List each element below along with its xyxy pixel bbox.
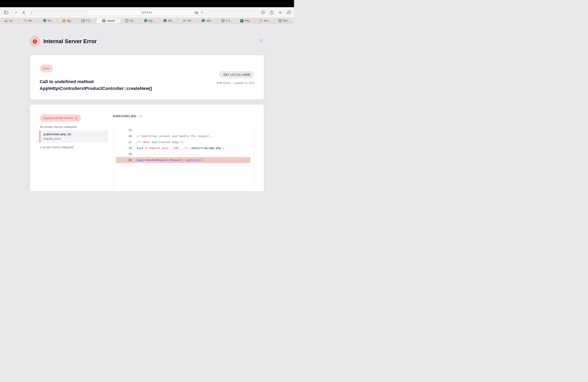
code-file-line: :20 — [138, 115, 142, 118]
stack-trace-card: Expand vendor frames 49 vendor frames co… — [30, 105, 264, 191]
translate-icon: A x — [194, 11, 198, 14]
expand-vendor-frames-label: Expand vendor frames — [43, 116, 73, 120]
letter-m-favicon: M — [125, 19, 128, 22]
sharepoint-favicon: S — [202, 19, 205, 22]
letter-s-favicon: S — [221, 19, 225, 22]
tab-label: SA… — [48, 19, 53, 22]
code-text: /** @var Application $app */ — [137, 140, 184, 144]
tab-label: หนัง… — [206, 19, 213, 22]
code-line: 18$app = require_once __DIR__.'/../boots… — [116, 145, 251, 151]
tab-label: Sig… — [67, 19, 73, 22]
sidebar-toggle-button[interactable] — [4, 10, 9, 15]
browser-tab[interactable]: W3PH… — [179, 18, 198, 23]
sun-icon — [259, 38, 264, 43]
letter-g-favicon: G — [279, 19, 282, 22]
stack-frames-column: Expand vendor frames 49 vendor frames co… — [40, 114, 108, 191]
line-number: 16 — [120, 134, 132, 138]
address-bar[interactable]: 127.0.0.1 A x — [88, 10, 206, 15]
browser-tab[interactable]: Hel… — [19, 18, 38, 23]
browser-tab[interactable]: SSA… — [39, 18, 58, 23]
url-text: 127.0.0.1 — [141, 11, 152, 14]
chevron-left-icon — [22, 11, 25, 14]
sharepoint-favicon: S — [163, 19, 167, 22]
tab-label: บึงเว… — [283, 19, 290, 22]
new-tab-button[interactable] — [278, 10, 282, 15]
tab-label: Dat… — [149, 19, 155, 22]
chevron-right-icon — [30, 11, 33, 14]
browser-tab[interactable]: SF-3… — [217, 18, 236, 23]
menu-bar — [0, 0, 294, 7]
browser-tab[interactable]: Sig… — [58, 18, 77, 23]
orange-orb-favicon — [62, 19, 65, 22]
code-line: 19 — [116, 151, 251, 157]
code-line: 15 — [116, 127, 251, 133]
svg-text:x: x — [197, 12, 197, 14]
tab-label: F-3… — [226, 19, 232, 22]
sharepoint-favicon: S — [43, 19, 46, 22]
error-summary-card: Error Call to undefined method App\Http\… — [30, 55, 264, 99]
browser-tab[interactable]: SF-3… — [77, 18, 96, 23]
phpmyadmin-favicon: PMA — [4, 19, 8, 22]
browser-tab[interactable]: XReq… — [236, 18, 256, 23]
error-message-line2: App\Http\Controllers\ProductController::… — [40, 85, 152, 92]
sidebar-dropdown-button[interactable] — [14, 11, 17, 14]
tab-label: Dat… — [168, 19, 174, 22]
letter-s-favicon: S — [81, 19, 84, 22]
tab-label: SA… — [130, 19, 135, 22]
line-number: 17 — [120, 140, 132, 144]
browser-tab[interactable]: SDat… — [140, 18, 159, 23]
browser-tab[interactable]: ดอก… — [256, 18, 275, 23]
code-text: // Bootstrap Laravel and handle the requ… — [137, 134, 214, 138]
w3schools-favicon: W3 — [183, 19, 186, 22]
downloads-button[interactable] — [261, 10, 266, 15]
plus-icon — [278, 11, 282, 14]
excel-favicon: X — [240, 19, 243, 22]
share-button[interactable] — [270, 10, 274, 15]
browser-tab[interactable]: SDat… — [159, 18, 179, 23]
download-icon — [261, 10, 265, 15]
code-line: 17/** @var Application $app */ — [116, 139, 251, 145]
theme-toggle-button[interactable] — [259, 38, 264, 43]
toolbar-divider — [11, 10, 12, 15]
frame-method-label: require_once — [43, 137, 105, 140]
expand-vendor-frames-button[interactable]: Expand vendor frames — [40, 114, 81, 122]
browser-tab[interactable]: Gบึงเว… — [275, 18, 294, 23]
code-file-header: public/index.php:20 — [113, 114, 254, 118]
laravel-favicon — [24, 19, 27, 22]
collapsed-frames-note-top: 49 vendor frames collapsed — [40, 125, 108, 129]
line-number: 15 — [120, 129, 132, 132]
line-number: 20 — [120, 158, 132, 162]
reload-icon — [200, 11, 204, 14]
code-line: 16// Bootstrap Laravel and handle the re… — [116, 133, 251, 139]
code-text: $app->handleRequest(Request::capture()); — [137, 158, 204, 162]
browser-tab[interactable]: Sหนัง… — [198, 18, 217, 23]
browser-tab-active[interactable]: 1Laravel — [96, 18, 121, 23]
laravel-favicon — [259, 19, 263, 22]
exclamation-icon: ! — [32, 39, 38, 44]
code-column: public/index.php:20 1516// Bootstrap Lar… — [113, 114, 254, 191]
tab-label: PH… — [188, 19, 193, 22]
tab-overview-button[interactable] — [286, 10, 291, 15]
svg-text:A: A — [195, 11, 196, 13]
share-icon — [270, 10, 273, 15]
line-number: 19 — [120, 153, 132, 156]
request-method-badge: GET 127.0.0.1:8000 — [219, 71, 254, 78]
environment-info: PHP 8.4.6 — Laravel 12.18.0 — [217, 81, 254, 84]
browser-tab[interactable]: MSA… — [121, 18, 140, 23]
translate-button[interactable]: A x — [194, 11, 198, 15]
error-page: ! Internal Server Error Error Call to un… — [0, 24, 294, 191]
tab-label: loc… — [9, 19, 15, 22]
back-button[interactable] — [22, 10, 25, 15]
tab-label: F-3… — [86, 19, 92, 22]
browser-tab[interactable]: PMAloc… — [0, 18, 19, 23]
chevron-up-down-icon — [75, 116, 77, 119]
sharepoint-favicon: S — [144, 19, 147, 22]
chevron-down-icon — [15, 12, 17, 13]
page-title: Internal Server Error — [43, 38, 97, 45]
code-file-name: public/index.php — [113, 114, 136, 118]
forward-button[interactable] — [30, 10, 33, 15]
stack-frame-item[interactable]: public/index.php:20 require_once — [40, 131, 108, 143]
reload-button[interactable] — [200, 10, 204, 15]
tab-label: ดอก… — [264, 19, 271, 22]
tab-overview-icon — [287, 11, 291, 15]
